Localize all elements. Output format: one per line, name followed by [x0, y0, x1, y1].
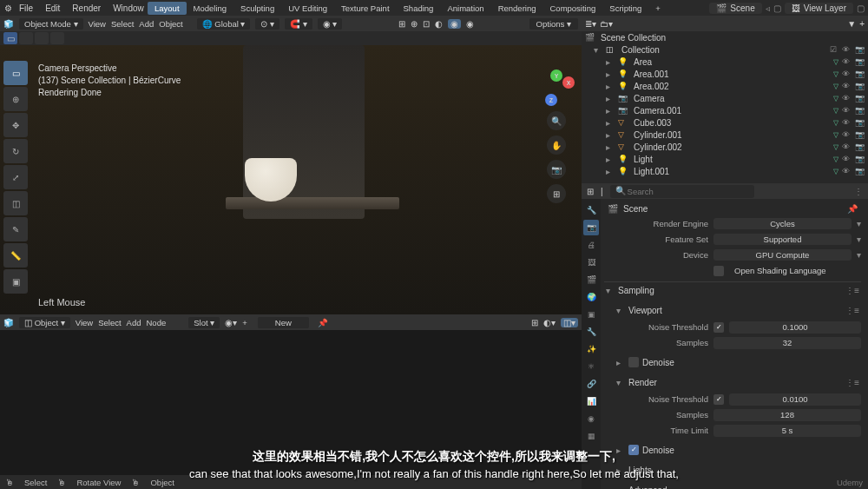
- render-icon[interactable]: 📷: [855, 118, 865, 127]
- tab-rendering[interactable]: Rendering: [491, 2, 543, 15]
- expand-icon[interactable]: ▸: [606, 118, 615, 128]
- ptab-data[interactable]: 📊: [583, 393, 599, 409]
- camera-view-icon[interactable]: 📷: [547, 160, 566, 179]
- outliner-filter-icon[interactable]: 🗀▾: [600, 19, 613, 29]
- expand-icon[interactable]: ▸: [606, 142, 615, 152]
- editor-type-icon[interactable]: 🧊: [3, 19, 14, 29]
- feature-set-dropdown[interactable]: Supported: [713, 234, 852, 245]
- tab-modeling[interactable]: Modeling: [187, 2, 234, 15]
- outliner-item[interactable]: ▸ 💡 Area.002 ▽ 👁📷: [582, 80, 868, 92]
- node-menu-node[interactable]: Node: [146, 318, 166, 327]
- outliner-item[interactable]: ▸ ▽ Cylinder.001 ▽ 👁📷: [582, 129, 868, 141]
- node-snap-icon[interactable]: ◐▾: [543, 318, 556, 327]
- new-collection-icon[interactable]: +: [859, 19, 865, 29]
- outliner-type-icon[interactable]: ≣▾: [585, 19, 596, 29]
- tab-shading[interactable]: Shading: [397, 2, 441, 15]
- r-timelimit-slider[interactable]: 5 s: [713, 425, 861, 437]
- expand-icon[interactable]: ▸: [606, 130, 615, 140]
- scene-selector[interactable]: 🎬Scene: [709, 3, 761, 14]
- render-icon[interactable]: 📷: [855, 167, 865, 175]
- options-icon[interactable]: ⋮≡: [845, 306, 859, 315]
- ptab-render[interactable]: 📷: [583, 220, 599, 235]
- new-material-button[interactable]: New: [258, 317, 309, 328]
- outliner-item[interactable]: ▸ 💡 Area.001 ▽ 👁📷: [582, 68, 868, 80]
- outliner-root[interactable]: 🎬 Scene Collection: [582, 31, 868, 43]
- viewlayer-nav[interactable]: ▢: [857, 3, 865, 13]
- expand-icon[interactable]: ▸: [606, 69, 615, 79]
- viewport-3d[interactable]: ▭ ⊕ ✥ ↻ ⤢ ◫ ✎ 📏 ▣ Camera Perspective (13…: [0, 45, 582, 314]
- filter-icon[interactable]: ▼: [847, 19, 856, 29]
- vp-menu-add[interactable]: Add: [139, 19, 154, 29]
- node-menu-view[interactable]: View: [76, 318, 93, 327]
- vp-noise-checkbox[interactable]: [713, 322, 724, 333]
- tool-rotate[interactable]: ↻: [3, 139, 28, 163]
- r-noise-checkbox[interactable]: [713, 394, 724, 405]
- menu-edit[interactable]: Edit: [40, 2, 65, 15]
- search-input[interactable]: [610, 185, 754, 198]
- expand-icon[interactable]: ▸: [606, 82, 615, 91]
- node-menu-select[interactable]: Select: [98, 318, 121, 327]
- ptab-particles[interactable]: ✨: [583, 341, 599, 357]
- viewlayer-selector[interactable]: 🖼View Layer: [785, 3, 853, 14]
- expand-icon[interactable]: ▸: [606, 94, 615, 103]
- axis-y[interactable]: Y: [550, 69, 562, 82]
- tab-layout[interactable]: Layout: [148, 2, 187, 15]
- expand-icon[interactable]: ▸: [606, 167, 615, 176]
- tab-add[interactable]: +: [648, 2, 667, 15]
- eye-icon[interactable]: 👁: [842, 45, 850, 54]
- vp-menu-view[interactable]: View: [89, 19, 106, 29]
- gizmo-toggle[interactable]: ⊕: [411, 19, 418, 29]
- perspective-toggle-icon[interactable]: ⊞: [547, 184, 566, 203]
- tab-scripting[interactable]: Scripting: [602, 2, 648, 15]
- panel-vp-denoise[interactable]: ▸ Denoise: [615, 354, 861, 371]
- menu-window[interactable]: Window: [108, 2, 149, 15]
- tool-select[interactable]: ▭: [3, 61, 28, 85]
- nav-gizmo[interactable]: X Y Z: [538, 69, 575, 106]
- scene-nav-next[interactable]: ▢: [773, 3, 781, 13]
- tool-annotate[interactable]: ✎: [3, 217, 28, 241]
- device-dropdown[interactable]: GPU Compute: [713, 249, 852, 261]
- select-lasso-icon[interactable]: [50, 32, 64, 44]
- options-icon[interactable]: ⋮≡: [845, 378, 859, 387]
- eye-icon[interactable]: 👁: [842, 106, 850, 115]
- menu-render[interactable]: Render: [67, 2, 106, 15]
- ptab-material[interactable]: ◉: [583, 411, 599, 426]
- node-backdrop-icon[interactable]: ◫▾: [561, 318, 578, 327]
- expand-icon[interactable]: ▸: [606, 57, 615, 67]
- ptab-constraint[interactable]: 🔗: [583, 376, 599, 392]
- vp-samples-slider[interactable]: 32: [713, 337, 861, 349]
- render-icon[interactable]: 📷: [855, 45, 865, 54]
- tab-texture-paint[interactable]: Texture Paint: [334, 2, 396, 15]
- tab-compositing[interactable]: Compositing: [543, 2, 603, 15]
- props-tab-icon[interactable]: ⊞: [587, 187, 594, 196]
- expand-icon[interactable]: ▸: [606, 155, 615, 164]
- material-add-icon[interactable]: +: [242, 318, 247, 327]
- outliner-item[interactable]: ▸ 💡 Light.001 ▽ 👁📷: [582, 165, 868, 177]
- node-menu-add[interactable]: Add: [127, 318, 141, 327]
- outliner-collection[interactable]: ▾ ◫ Collection ☑👁📷: [582, 43, 868, 56]
- outliner-item[interactable]: ▸ 📷 Camera.001 ▽ 👁📷: [582, 104, 868, 116]
- outliner-item[interactable]: ▸ ▽ Cube.003 ▽ 👁📷: [582, 116, 868, 129]
- panel-r-denoise[interactable]: ▸ Denoise: [615, 441, 861, 459]
- node-overlay-icon[interactable]: ⊞: [531, 318, 538, 327]
- eye-icon[interactable]: 👁: [842, 155, 850, 163]
- proportional-dropdown[interactable]: ◉ ▾: [318, 18, 343, 30]
- tab-sculpting[interactable]: Sculpting: [233, 2, 281, 15]
- panel-sampling[interactable]: ▾ Sampling ⋮≡: [604, 281, 861, 299]
- panel-viewport[interactable]: ▾ Viewport ⋮≡: [615, 302, 861, 319]
- expand-icon[interactable]: ▾: [594, 45, 602, 55]
- node-editor-area[interactable]: [0, 330, 582, 489]
- eye-icon[interactable]: 👁: [842, 57, 850, 66]
- ptab-tool[interactable]: 🔧: [583, 202, 599, 218]
- axis-x[interactable]: X: [562, 76, 575, 89]
- select-tweak-icon[interactable]: ▭: [3, 32, 17, 44]
- ptab-scene[interactable]: 🎬: [583, 272, 599, 287]
- pin-icon[interactable]: 📌: [847, 204, 858, 214]
- orientation-dropdown[interactable]: 🌐 Global ▾: [197, 18, 251, 30]
- pivot-dropdown[interactable]: ⊙ ▾: [255, 18, 279, 30]
- options-icon[interactable]: ⋮: [854, 187, 863, 196]
- eye-icon[interactable]: 👁: [842, 94, 850, 102]
- eye-icon[interactable]: 👁: [842, 82, 850, 90]
- shading-matcap[interactable]: ◉: [448, 19, 461, 29]
- shading-render[interactable]: ◉: [466, 19, 474, 29]
